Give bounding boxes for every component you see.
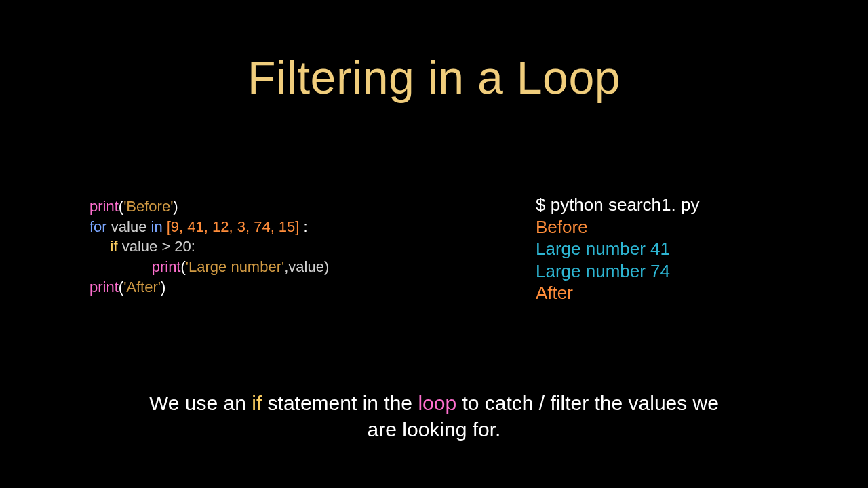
slide-title: Filtering in a Loop <box>0 51 868 104</box>
print-keyword: print <box>152 258 181 275</box>
for-var: value <box>107 218 151 235</box>
string-large: 'Large number' <box>186 258 284 275</box>
paren-close: ) <box>173 198 178 215</box>
number-list: [9, 41, 12, 3, 74, 15] <box>163 218 300 235</box>
code-line-1: print('Before') <box>90 197 329 217</box>
caption-if: if <box>252 392 262 414</box>
code-block: print('Before') for value in [9, 41, 12,… <box>90 197 329 297</box>
output-command: $ python search1. py <box>536 194 699 216</box>
code-line-4: print('Large number',value) <box>90 257 329 277</box>
caption: We use an if statement in the loop to ca… <box>0 390 868 443</box>
code-line-5: print('After') <box>90 277 329 298</box>
indent <box>90 238 111 255</box>
in-keyword: in <box>151 218 163 235</box>
caption-part2: statement in the <box>262 392 418 414</box>
print-keyword: print <box>90 198 119 215</box>
output-large-2: Large number 74 <box>536 260 699 283</box>
paren-close: ) <box>161 279 165 296</box>
print-rest: ,value) <box>284 258 329 275</box>
output-after: After <box>536 282 699 304</box>
for-tail: : <box>299 218 307 235</box>
code-line-2: for value in [9, 41, 12, 3, 74, 15] : <box>90 217 329 237</box>
string-before: 'Before' <box>123 198 173 215</box>
caption-loop: loop <box>418 392 456 414</box>
for-keyword: for <box>90 218 107 235</box>
print-keyword: print <box>90 279 119 296</box>
output-large-1: Large number 41 <box>536 238 699 260</box>
paren-open: ( <box>180 258 185 275</box>
output-block: $ python search1. py Before Large number… <box>536 194 699 304</box>
if-keyword: if <box>111 238 118 255</box>
output-before: Before <box>536 216 699 239</box>
slide: Filtering in a Loop print('Before') for … <box>0 0 868 488</box>
string-after: 'After' <box>123 279 161 296</box>
code-line-3: if value > 20: <box>90 237 329 257</box>
if-cond: value > 20: <box>118 238 195 255</box>
indent <box>90 258 152 275</box>
caption-part1: We use an <box>149 392 252 414</box>
